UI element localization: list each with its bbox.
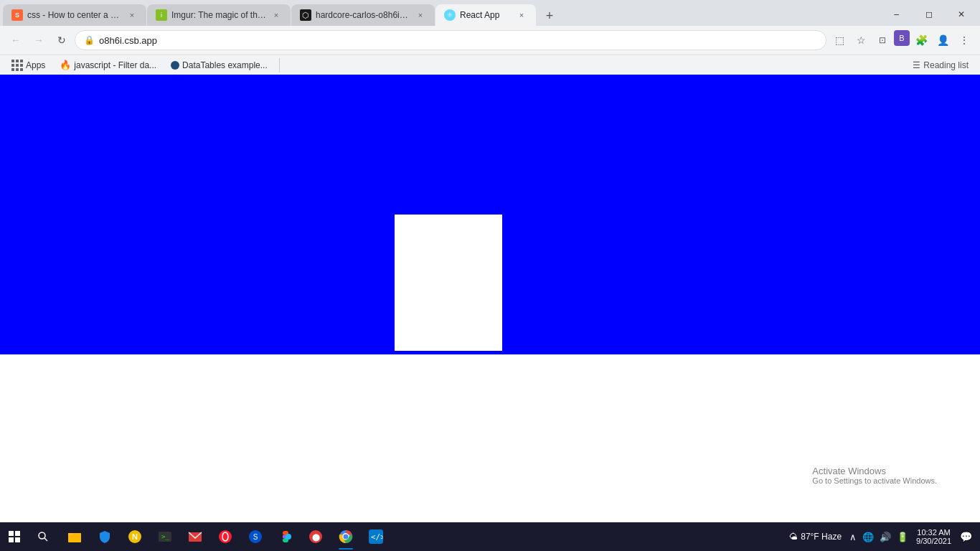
reading-list-button[interactable]: ☰ Reading list xyxy=(907,59,974,72)
svg-rect-3 xyxy=(15,537,20,542)
weather-info: 87°F Haze xyxy=(801,532,842,542)
tab-css-close[interactable]: × xyxy=(126,9,138,21)
taskbar-app-file-explorer[interactable] xyxy=(60,522,89,551)
clock-date: 9/30/2021 xyxy=(916,537,951,545)
svg-point-4 xyxy=(39,532,45,539)
taskbar-app-paint[interactable]: ⬤ xyxy=(301,522,330,551)
taskbar-app-windows-security[interactable] xyxy=(90,522,119,551)
bookmark-datatables-label: DataTables example... xyxy=(182,60,268,70)
tab-imgur[interactable]: i Imgur: The magic of the Internet × xyxy=(147,4,291,26)
taskbar: N >_ S ⬤ xyxy=(0,522,980,551)
activate-windows-subtitle: Go to Settings to activate Windows. xyxy=(812,476,937,485)
bookmark-apps-label: Apps xyxy=(26,60,45,70)
tray-up-arrow[interactable]: ∧ xyxy=(847,532,859,542)
white-box xyxy=(395,215,502,351)
taskbar-tray: 🌤 87°F Haze ∧ 🌐 🔊 🔋 10:32 AM 9/30/2021 💬 xyxy=(779,522,980,551)
tab-codesandbox-close[interactable]: × xyxy=(415,9,426,21)
menu-button[interactable]: ⋮ xyxy=(954,30,974,50)
page-content: Activate Windows Go to Settings to activ… xyxy=(0,75,980,528)
blue-container xyxy=(0,75,980,354)
tab-css-label: css - How to center a div within... xyxy=(27,10,122,20)
profile-button[interactable]: 👤 xyxy=(933,30,953,50)
address-bar-row: ← → ↻ 🔒 o8h6i.csb.app ⬚ ☆ ⊡ B 🧩 👤 ⋮ xyxy=(0,26,980,55)
weather-icon: 🌤 xyxy=(789,532,798,542)
tray-battery[interactable]: 🔋 xyxy=(895,532,910,542)
clock-time: 10:32 AM xyxy=(916,528,951,537)
tab-react[interactable]: ⚛ React App × xyxy=(435,4,536,26)
url-display: o8h6i.csb.app xyxy=(99,35,157,46)
tab-react-close[interactable]: × xyxy=(516,9,527,21)
bookmark-javascript-favicon: 🔥 xyxy=(60,60,71,70)
activate-windows-watermark: Activate Windows Go to Settings to activ… xyxy=(812,466,937,485)
tab-codesandbox[interactable]: ⬡ hardcore-carlos-o8h6i - CodeSan... × xyxy=(291,4,435,26)
weather-widget[interactable]: 🌤 87°F Haze xyxy=(785,532,846,542)
cast-button[interactable]: ⬚ xyxy=(829,30,849,50)
activate-windows-title: Activate Windows xyxy=(812,466,937,476)
svg-text:>_: >_ xyxy=(161,533,169,540)
tab-bar: S css - How to center a div within... × … xyxy=(0,0,980,26)
reading-list-label: Reading list xyxy=(923,60,969,70)
taskbar-app-figma[interactable] xyxy=(271,522,300,551)
taskbar-app-norton[interactable]: N xyxy=(121,522,149,551)
minimize-button[interactable]: – xyxy=(880,3,913,26)
close-button[interactable]: ✕ xyxy=(945,3,977,26)
svg-text:⬤: ⬤ xyxy=(312,533,320,542)
restore-button[interactable]: ◻ xyxy=(913,3,945,26)
extension-brave[interactable]: B xyxy=(894,30,910,46)
address-bar-actions: ⬚ ☆ ⊡ B 🧩 👤 ⋮ xyxy=(829,30,974,50)
tray-network[interactable]: 🌐 xyxy=(860,532,876,542)
reload-button[interactable]: ↻ xyxy=(52,30,72,50)
svg-point-21 xyxy=(286,534,291,540)
svg-rect-0 xyxy=(9,531,14,536)
taskbar-app-opera[interactable] xyxy=(211,522,240,551)
separator xyxy=(279,58,280,72)
tab-react-favicon: ⚛ xyxy=(444,9,456,21)
svg-rect-8 xyxy=(68,533,81,541)
tab-css[interactable]: S css - How to center a div within... × xyxy=(3,4,146,26)
taskbar-app-vscode[interactable]: </> xyxy=(362,522,390,551)
bookmark-datatables[interactable]: DataTables example... xyxy=(165,59,273,72)
bookmark-javascript[interactable]: 🔥 javascript - Filter da... xyxy=(54,58,162,72)
bookmarks-bar: Apps 🔥 javascript - Filter da... DataTab… xyxy=(0,55,980,75)
address-bar[interactable]: 🔒 o8h6i.csb.app xyxy=(75,30,826,50)
tab-css-favicon: S xyxy=(11,9,23,21)
taskbar-app-chrome[interactable] xyxy=(331,522,360,551)
svg-rect-1 xyxy=(15,531,20,536)
bookmark-apps[interactable]: Apps xyxy=(6,58,51,72)
tray-volume[interactable]: 🔊 xyxy=(877,532,893,542)
svg-line-5 xyxy=(44,538,47,541)
tab-react-label: React App xyxy=(460,10,512,20)
svg-point-26 xyxy=(344,534,349,540)
lock-icon: 🔒 xyxy=(84,35,95,45)
notification-button[interactable]: 💬 xyxy=(957,528,974,545)
taskbar-apps: N >_ S ⬤ xyxy=(57,522,779,551)
tab-imgur-favicon: i xyxy=(156,9,167,21)
reading-list-icon: ☰ xyxy=(913,60,920,70)
bookmark-button[interactable]: ☆ xyxy=(851,30,871,50)
svg-rect-2 xyxy=(9,537,14,542)
svg-text:N: N xyxy=(132,532,138,541)
tab-imgur-close[interactable]: × xyxy=(270,9,282,21)
tab-imgur-label: Imgur: The magic of the Internet xyxy=(171,10,266,20)
screenshot-button[interactable]: ⊡ xyxy=(872,30,892,50)
bookmark-datatables-favicon xyxy=(171,61,179,70)
browser-chrome: S css - How to center a div within... × … xyxy=(0,0,980,75)
back-button[interactable]: ← xyxy=(6,30,26,50)
apps-grid-icon xyxy=(11,60,23,71)
taskbar-search-button[interactable] xyxy=(29,522,57,551)
svg-text:S: S xyxy=(253,533,258,541)
new-tab-button[interactable]: + xyxy=(540,6,560,26)
bookmark-javascript-label: javascript - Filter da... xyxy=(74,60,156,70)
forward-button[interactable]: → xyxy=(29,30,49,50)
taskbar-app-terminal[interactable]: >_ xyxy=(151,522,179,551)
extensions-button[interactable]: 🧩 xyxy=(911,30,931,50)
tab-codesandbox-label: hardcore-carlos-o8h6i - CodeSan... xyxy=(316,10,410,20)
tab-codesandbox-favicon: ⬡ xyxy=(300,9,311,21)
taskbar-clock[interactable]: 10:32 AM 9/30/2021 xyxy=(912,527,956,547)
taskbar-app-sourcetree[interactable]: S xyxy=(241,522,270,551)
start-button[interactable] xyxy=(0,522,29,551)
taskbar-app-mailbird[interactable] xyxy=(181,522,209,551)
svg-text:</>: </> xyxy=(371,532,383,542)
browser-window: S css - How to center a div within... × … xyxy=(0,0,980,551)
